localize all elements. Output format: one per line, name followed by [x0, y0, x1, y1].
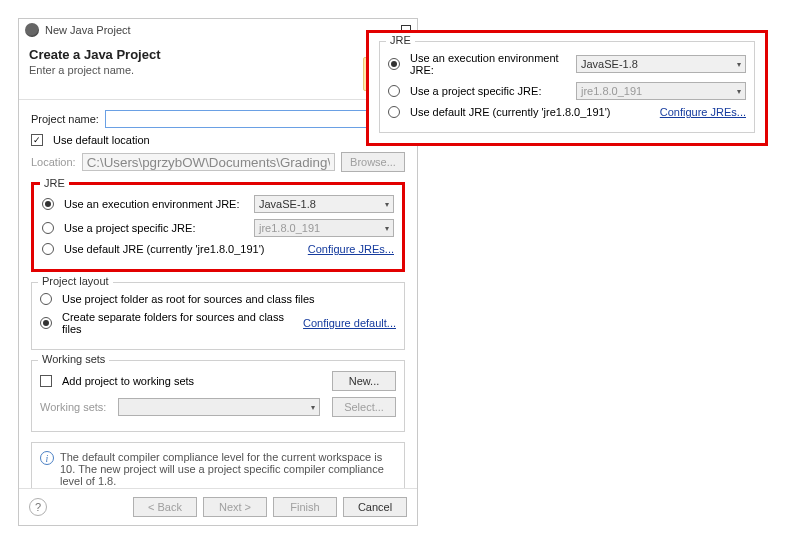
callout-jre-exec-env-label: Use an execution environment JRE: — [410, 52, 570, 76]
cancel-button[interactable]: Cancel — [343, 497, 407, 517]
chevron-down-icon: ▾ — [385, 200, 389, 209]
back-button: < Back — [133, 497, 197, 517]
content-area: Project name: Use default location Locat… — [19, 100, 417, 488]
callout-jre-default-radio[interactable] — [388, 106, 400, 118]
working-sets-title: Working sets — [38, 353, 109, 365]
titlebar: New Java Project — [19, 19, 417, 41]
callout-jre-exec-env-select[interactable]: JavaSE-1.8 ▾ — [576, 55, 746, 73]
title-text: New Java Project — [45, 24, 401, 36]
next-button: Next > — [203, 497, 267, 517]
info-text: The default compiler compliance level fo… — [60, 451, 396, 487]
project-name-label: Project name: — [31, 113, 99, 125]
project-layout-title: Project layout — [38, 275, 113, 287]
jre-project-specific-label: Use a project specific JRE: — [64, 222, 248, 234]
layout-separate-radio[interactable] — [40, 317, 52, 329]
working-sets-select: ▾ — [118, 398, 320, 416]
jre-exec-env-value: JavaSE-1.8 — [259, 198, 316, 210]
jre-group-title: JRE — [40, 177, 69, 189]
jre-exec-env-radio[interactable] — [42, 198, 54, 210]
working-sets-group: Working sets Add project to working sets… — [31, 360, 405, 432]
jre-default-radio[interactable] — [42, 243, 54, 255]
browse-button: Browse... — [341, 152, 405, 172]
eclipse-icon — [25, 23, 39, 37]
project-layout-group: Project layout Use project folder as roo… — [31, 282, 405, 350]
page-subheading: Enter a project name. — [29, 64, 363, 76]
callout-jre-project-radio[interactable] — [388, 85, 400, 97]
page-heading: Create a Java Project — [29, 47, 363, 62]
location-label: Location: — [31, 156, 76, 168]
wizard-footer: ? < Back Next > Finish Cancel — [19, 488, 417, 525]
callout-configure-jres-link[interactable]: Configure JREs... — [660, 106, 746, 118]
layout-separate-label: Create separate folders for sources and … — [62, 311, 297, 335]
configure-layout-link[interactable]: Configure default... — [303, 317, 396, 329]
add-to-working-sets-checkbox[interactable] — [40, 375, 52, 387]
chevron-down-icon: ▾ — [737, 60, 741, 69]
jre-default-label: Use default JRE (currently 'jre1.8.0_191… — [64, 243, 302, 255]
chevron-down-icon: ▾ — [385, 224, 389, 233]
new-java-project-dialog: New Java Project Create a Java Project E… — [18, 18, 418, 526]
chevron-down-icon: ▾ — [311, 403, 315, 412]
jre-project-specific-value: jre1.8.0_191 — [259, 222, 320, 234]
use-default-location-label: Use default location — [53, 134, 150, 146]
finish-button: Finish — [273, 497, 337, 517]
layout-root-radio[interactable] — [40, 293, 52, 305]
project-name-input[interactable] — [105, 110, 405, 128]
add-to-working-sets-label: Add project to working sets — [62, 375, 326, 387]
chevron-down-icon: ▾ — [737, 87, 741, 96]
callout-jre-exec-env-radio[interactable] — [388, 58, 400, 70]
jre-exec-env-select[interactable]: JavaSE-1.8 ▾ — [254, 195, 394, 213]
working-sets-label: Working sets: — [40, 401, 106, 413]
info-icon: i — [40, 451, 54, 465]
jre-group: JRE Use an execution environment JRE: Ja… — [31, 182, 405, 272]
select-working-set-button: Select... — [332, 397, 396, 417]
info-panel: i The default compiler compliance level … — [31, 442, 405, 488]
callout-jre-exec-env-value: JavaSE-1.8 — [581, 58, 638, 70]
jre-project-specific-radio[interactable] — [42, 222, 54, 234]
jre-callout: JRE Use an execution environment JRE: Ja… — [366, 30, 768, 146]
callout-jre-title: JRE — [386, 34, 415, 46]
callout-jre-project-value: jre1.8.0_191 — [581, 85, 642, 97]
configure-jres-link[interactable]: Configure JREs... — [308, 243, 394, 255]
callout-jre-project-select: jre1.8.0_191 ▾ — [576, 82, 746, 100]
new-working-set-button[interactable]: New... — [332, 371, 396, 391]
callout-jre-default-label: Use default JRE (currently 'jre1.8.0_191… — [410, 106, 654, 118]
jre-exec-env-label: Use an execution environment JRE: — [64, 198, 248, 210]
header: Create a Java Project Enter a project na… — [19, 41, 417, 100]
layout-root-label: Use project folder as root for sources a… — [62, 293, 396, 305]
use-default-location-checkbox[interactable] — [31, 134, 43, 146]
help-icon[interactable]: ? — [29, 498, 47, 516]
location-input — [82, 153, 335, 171]
jre-project-specific-select: jre1.8.0_191 ▾ — [254, 219, 394, 237]
callout-jre-project-label: Use a project specific JRE: — [410, 85, 570, 97]
